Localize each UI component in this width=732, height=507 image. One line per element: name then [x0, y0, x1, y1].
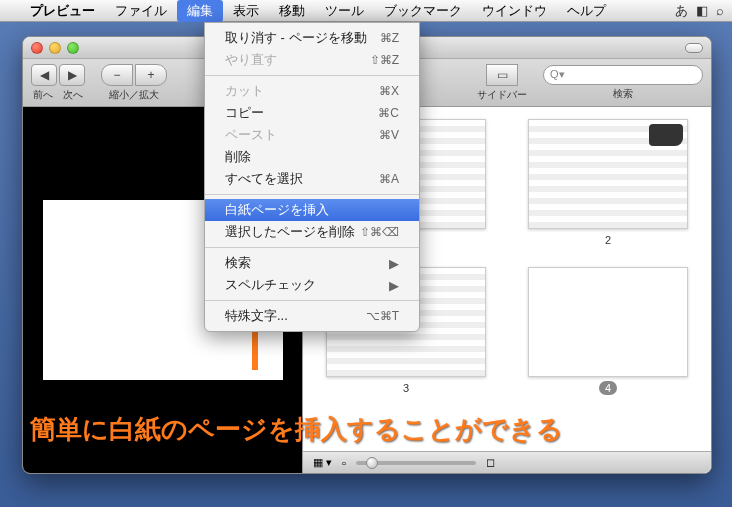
nav-label: 前へ 次へ — [33, 88, 83, 102]
search-group: Q▾ 検索 — [543, 65, 703, 101]
menu-copy[interactable]: コピー⌘C — [205, 102, 419, 124]
menu-delete-selected-page[interactable]: 選択したページを削除⇧⌘⌫ — [205, 221, 419, 243]
sidebar-toggle-button[interactable]: ▭ — [486, 64, 518, 86]
menu-bookmarks[interactable]: ブックマーク — [374, 0, 472, 22]
next-page-button[interactable]: ▶ — [59, 64, 85, 86]
menu-find[interactable]: 検索▶ — [205, 252, 419, 274]
slider-small-icon: ▫ — [342, 457, 346, 469]
zoom-out-button[interactable]: − — [101, 64, 133, 86]
thumbnail[interactable]: 4 — [517, 267, 699, 395]
thumbnail-number: 2 — [599, 233, 617, 247]
sidebar-group: ▭ サイドバー — [477, 64, 527, 102]
zoom-in-button[interactable]: + — [135, 64, 167, 86]
zoom-group: − + 縮小／拡大 — [101, 64, 167, 102]
menu-go[interactable]: 移動 — [269, 0, 315, 22]
thumbnail[interactable]: 2 — [517, 119, 699, 247]
menu-special-characters[interactable]: 特殊文字...⌥⌘T — [205, 305, 419, 327]
battery-icon[interactable]: ◧ — [696, 3, 708, 18]
thumbnail-number: 4 — [599, 381, 617, 395]
minimize-button[interactable] — [49, 42, 61, 54]
menu-spelling[interactable]: スペルチェック▶ — [205, 274, 419, 296]
menu-separator — [205, 247, 419, 248]
menu-delete[interactable]: 削除 — [205, 146, 419, 168]
menu-paste: ペースト⌘V — [205, 124, 419, 146]
thumbnail-number: 3 — [397, 381, 415, 395]
search-icon: Q▾ — [550, 68, 565, 81]
toolbar-toggle-button[interactable] — [685, 43, 703, 53]
menu-tools[interactable]: ツール — [315, 0, 374, 22]
annotation-text: 簡単に白紙のページを挿入することができる — [30, 412, 563, 447]
search-label: 検索 — [613, 87, 633, 101]
spotlight-icon[interactable]: ⌕ — [716, 3, 724, 18]
search-input[interactable]: Q▾ — [543, 65, 703, 85]
slider-large-icon: ◻ — [486, 456, 495, 469]
app-menu[interactable]: プレビュー — [20, 0, 105, 22]
menu-view[interactable]: 表示 — [223, 0, 269, 22]
nav-group: ◀ ▶ 前へ 次へ — [31, 64, 85, 102]
thumbnail-image — [528, 119, 688, 229]
sidebar-bottom-bar: ▦ ▾ ▫ ◻ — [303, 451, 711, 473]
submenu-arrow-icon: ▶ — [389, 278, 399, 293]
slider-knob[interactable] — [366, 457, 378, 469]
menubar-extras: あ ◧ ⌕ — [675, 2, 724, 20]
menu-file[interactable]: ファイル — [105, 0, 177, 22]
menu-redo: やり直す⇧⌘Z — [205, 49, 419, 71]
sidebar-label: サイドバー — [477, 88, 527, 102]
view-mode-icon[interactable]: ▦ ▾ — [313, 456, 332, 469]
zoom-label: 縮小／拡大 — [109, 88, 159, 102]
input-menu-icon[interactable]: あ — [675, 2, 688, 20]
menu-help[interactable]: ヘルプ — [557, 0, 616, 22]
menu-cut: カット⌘X — [205, 80, 419, 102]
traffic-lights — [31, 42, 79, 54]
zoom-button[interactable] — [67, 42, 79, 54]
menu-select-all[interactable]: すべてを選択⌘A — [205, 168, 419, 190]
menu-separator — [205, 300, 419, 301]
menu-insert-blank-page[interactable]: 白紙ページを挿入 — [205, 199, 419, 221]
prev-page-button[interactable]: ◀ — [31, 64, 57, 86]
menu-undo[interactable]: 取り消す - ページを移動⌘Z — [205, 27, 419, 49]
thumbnail-size-slider[interactable] — [356, 461, 476, 465]
menu-edit[interactable]: 編集 — [177, 0, 223, 22]
menu-separator — [205, 194, 419, 195]
menu-separator — [205, 75, 419, 76]
system-menubar: プレビュー ファイル 編集 表示 移動 ツール ブックマーク ウインドウ ヘルプ… — [0, 0, 732, 22]
submenu-arrow-icon: ▶ — [389, 256, 399, 271]
thumbnail-image — [528, 267, 688, 377]
edit-menu-dropdown: 取り消す - ページを移動⌘Z やり直す⇧⌘Z カット⌘X コピー⌘C ペースト… — [204, 22, 420, 332]
close-button[interactable] — [31, 42, 43, 54]
menu-window[interactable]: ウインドウ — [472, 0, 557, 22]
